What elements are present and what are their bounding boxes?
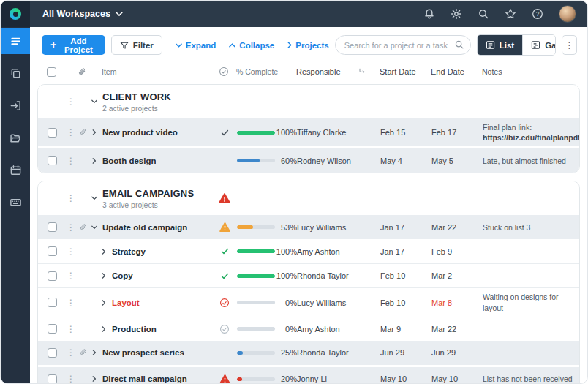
drag-handle-icon[interactable]: ⋮: [67, 348, 75, 357]
end-date: Feb 17: [424, 128, 474, 137]
add-project-button[interactable]: + Add Project: [42, 35, 105, 55]
end-date: Mar 22: [424, 325, 474, 334]
row-checkbox[interactable]: [48, 374, 57, 383]
chevron-right-icon[interactable]: [91, 349, 98, 356]
task-name[interactable]: Direct mail campaign: [102, 374, 187, 383]
drag-handle-icon[interactable]: ⋮: [67, 247, 75, 256]
progress-bar: [237, 249, 275, 253]
project-groups: ⋮ CLIENT WORK 2 active projects ⋮ New pr…: [30, 84, 587, 383]
sidebar-item-folders[interactable]: [1, 124, 30, 151]
list-view-button[interactable]: List: [478, 35, 522, 55]
task-row[interactable]: ⋮ New product video 100% Tiffany Clarke …: [38, 118, 579, 146]
drag-handle-icon[interactable]: ⋮: [67, 223, 75, 232]
row-checkbox[interactable]: [48, 128, 57, 138]
row-checkbox[interactable]: [48, 222, 57, 232]
sidebar-item-sign-in[interactable]: [1, 92, 30, 118]
task-name[interactable]: Layout: [112, 298, 140, 307]
row-checkbox[interactable]: [48, 246, 57, 256]
task-row[interactable]: ⋮ Booth design 60% Rodney Wilson May 4 M…: [38, 148, 579, 173]
task-row[interactable]: ⋮ Production 0% Amy Ashton Mar 9 Mar 22: [38, 317, 579, 341]
column-end-date[interactable]: End Date: [423, 67, 473, 76]
task-name[interactable]: New prospect series: [102, 348, 184, 357]
select-all-checkbox[interactable]: [47, 67, 56, 77]
task-row[interactable]: ⋮ Layout 0% Lucy Williams Feb 10 Mar 8 W…: [38, 287, 579, 316]
drag-handle-icon[interactable]: ⋮: [67, 325, 75, 334]
drag-handle-icon[interactable]: ⋮: [67, 157, 75, 165]
status-pending-icon[interactable]: [219, 324, 230, 334]
sidebar-item-boards[interactable]: [1, 60, 30, 86]
drag-handle-icon[interactable]: ⋮: [67, 128, 75, 137]
status-check-icon[interactable]: [220, 246, 230, 256]
drag-handle-icon[interactable]: ⋮: [67, 374, 75, 383]
progress-bar: [237, 274, 275, 278]
progress-bar: [237, 301, 275, 304]
sidebar-item-table[interactable]: [1, 189, 30, 215]
status-check-icon[interactable]: [220, 128, 230, 138]
search-icon[interactable]: [478, 8, 489, 20]
column-percent-complete[interactable]: % Complete: [236, 67, 296, 76]
status-column-icon[interactable]: [211, 67, 236, 77]
star-icon[interactable]: [505, 8, 516, 20]
funnel-icon: [120, 41, 129, 50]
column-start-date[interactable]: Start Date: [372, 67, 423, 76]
task-row[interactable]: ⋮ Update old campaign 53% Lucy Williams …: [38, 215, 579, 239]
task-row[interactable]: ⋮ Copy 100% Rhonda Taylor Feb 10 Mar 2: [38, 263, 579, 287]
drag-handle-icon[interactable]: ⋮: [67, 97, 75, 106]
user-avatar[interactable]: [559, 5, 576, 23]
bell-icon[interactable]: [423, 8, 435, 20]
column-item[interactable]: Item: [102, 67, 211, 76]
task-name[interactable]: Copy: [112, 271, 133, 280]
task-row[interactable]: ⋮ New prospect series 25% Rhonda Taylor …: [38, 341, 579, 365]
projects-link[interactable]: Projects: [287, 41, 328, 50]
chevron-right-icon[interactable]: [91, 375, 98, 383]
search-input[interactable]: [335, 35, 471, 55]
group-alert-icon[interactable]: [219, 192, 230, 204]
task-name[interactable]: New product video: [102, 128, 178, 137]
status-blocked-icon[interactable]: [219, 298, 230, 308]
status-alert-icon[interactable]: [219, 374, 230, 383]
chevron-down-icon[interactable]: [91, 98, 98, 105]
group-title[interactable]: CLIENT WORK: [102, 91, 171, 102]
row-checkbox[interactable]: [48, 271, 57, 281]
drag-handle-icon[interactable]: ⋮: [67, 298, 75, 307]
sidebar-item-list-view[interactable]: [1, 28, 30, 54]
group-title[interactable]: EMAIL CAMPAIGNS: [102, 188, 194, 199]
chevron-right-icon[interactable]: [91, 157, 98, 165]
workspace-switcher[interactable]: All Workspaces: [30, 9, 123, 19]
filter-button[interactable]: Filter: [111, 35, 162, 55]
responsible: Jonny Li: [297, 374, 373, 383]
task-name[interactable]: Booth design: [102, 157, 156, 165]
row-checkbox[interactable]: [48, 348, 57, 358]
sidebar-item-calendar[interactable]: [1, 157, 30, 183]
collapse-link[interactable]: Collapse: [229, 41, 274, 50]
group-header: ⋮ CLIENT WORK 2 active projects: [38, 85, 579, 118]
chevron-down-icon[interactable]: [91, 195, 98, 202]
responsible: Rodney Wilson: [297, 157, 373, 165]
app-logo[interactable]: [1, 1, 30, 27]
sidebar: [1, 1, 30, 383]
gear-icon[interactable]: [451, 8, 462, 20]
percent-complete: 0%: [275, 325, 297, 334]
expand-link[interactable]: Expand: [176, 41, 216, 50]
status-check-icon[interactable]: [220, 271, 230, 281]
drag-handle-icon[interactable]: ⋮: [67, 271, 75, 280]
drag-handle-icon[interactable]: ⋮: [67, 194, 75, 203]
help-icon[interactable]: ?: [532, 8, 543, 20]
status-warning-icon[interactable]: [219, 222, 230, 233]
column-responsible[interactable]: Responsible: [296, 67, 372, 76]
gantt-view-button[interactable]: Gantt: [522, 35, 556, 55]
task-name[interactable]: Update old campaign: [102, 223, 187, 232]
chevron-right-icon[interactable]: [91, 129, 98, 136]
chevron-down-icon: [116, 12, 123, 16]
row-checkbox[interactable]: [48, 324, 57, 334]
more-options-button[interactable]: ⋮: [562, 35, 577, 55]
task-name[interactable]: Strategy: [112, 247, 146, 256]
chevron-down-icon[interactable]: [91, 224, 98, 231]
task-name[interactable]: Production: [112, 325, 157, 334]
row-checkbox[interactable]: [48, 156, 57, 165]
task-row[interactable]: ⋮ Direct mail campaign 20% Jonny Li May …: [38, 367, 579, 383]
task-row[interactable]: ⋮ Strategy 100% Amy Ashton Jan 17 Feb 9: [38, 239, 579, 263]
row-checkbox[interactable]: [48, 298, 57, 307]
column-notes[interactable]: Notes: [473, 67, 580, 77]
attachment-column-icon[interactable]: [77, 67, 87, 76]
